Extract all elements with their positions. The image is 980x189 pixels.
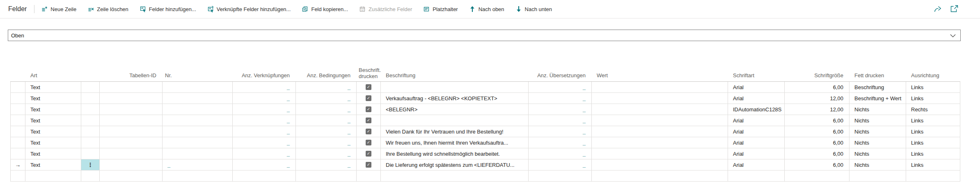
placeholder-button[interactable]: Platzhalter	[423, 6, 458, 12]
cell-tabellen-id[interactable]	[100, 104, 163, 115]
column-header-wert[interactable]: Wert	[592, 72, 728, 81]
column-header-schriftart[interactable]: Schriftart	[728, 72, 785, 81]
cell-schriftgroesse[interactable]: 6,00	[785, 137, 849, 148]
drilldown-link[interactable]: _	[583, 140, 586, 146]
drilldown-link[interactable]: _	[583, 95, 586, 101]
drilldown-link[interactable]: _	[287, 118, 290, 124]
cell-beschriftung[interactable]	[381, 115, 529, 126]
cell-schriftgroesse[interactable]: 6,00	[785, 115, 849, 126]
drilldown-link[interactable]: _	[348, 162, 350, 168]
cell-anz-uebersetzungen[interactable]	[529, 171, 592, 181]
cell-fett-drucken[interactable]: Nichts	[849, 126, 906, 137]
popout-button[interactable]	[950, 5, 959, 15]
cell-wert[interactable]	[592, 104, 728, 115]
checkbox-checked-icon[interactable]	[366, 84, 371, 90]
cell-anz-uebersetzungen[interactable]: _	[529, 126, 592, 137]
cell-beschriftung-drucken[interactable]	[357, 115, 381, 126]
cell-beschriftung[interactable]: Wir freuen uns, Ihnen hiermit Ihren Verk…	[381, 137, 529, 148]
cell-menu[interactable]	[81, 171, 100, 181]
cell-menu[interactable]	[81, 104, 100, 115]
cell-tabellen-id[interactable]	[100, 159, 163, 170]
cell-fett-drucken[interactable]: Beschriftung + Wert	[849, 93, 906, 104]
checkbox-checked-icon[interactable]	[366, 95, 371, 101]
drilldown-link[interactable]: _	[287, 140, 290, 146]
cell-schriftgroesse[interactable]: 6,00	[785, 159, 849, 170]
drilldown-link[interactable]: _	[583, 118, 586, 124]
drilldown-link[interactable]: _	[348, 95, 350, 101]
drilldown-link[interactable]: _	[287, 162, 290, 168]
drilldown-link[interactable]: _	[287, 129, 290, 135]
cell-schriftgroesse[interactable]	[785, 171, 849, 181]
cell-ausrichtung[interactable]: Rechts	[906, 104, 960, 115]
checkbox-checked-icon[interactable]	[366, 129, 371, 134]
move-down-button[interactable]: Nach unten	[515, 6, 552, 12]
cell-tabellen-id[interactable]	[100, 82, 163, 92]
cell-nr[interactable]	[163, 93, 233, 104]
cell-wert[interactable]	[592, 148, 728, 159]
move-up-button[interactable]: Nach oben	[469, 6, 504, 12]
cell-anz-bedingungen[interactable]	[296, 171, 357, 181]
cell-fett-drucken[interactable]: Beschriftung	[849, 82, 906, 92]
cell-ausrichtung[interactable]: Links	[906, 93, 960, 104]
cell-ausrichtung[interactable]: Links	[906, 126, 960, 137]
cell-wert[interactable]	[592, 159, 728, 170]
new-line-button[interactable]: Neue Zeile	[41, 6, 76, 12]
cell-art[interactable]: Text	[25, 82, 81, 92]
cell-nr[interactable]	[163, 171, 233, 181]
drilldown-link[interactable]: _	[583, 84, 586, 90]
cell-nr[interactable]	[163, 148, 233, 159]
cell-nr[interactable]	[163, 115, 233, 126]
cell-anz-bedingungen[interactable]: _	[296, 148, 357, 159]
cell-beschriftung-drucken[interactable]	[357, 126, 381, 137]
cell-art[interactable]: Text	[25, 93, 81, 104]
cell-ausrichtung[interactable]: Links	[906, 148, 960, 159]
cell-schriftgroesse[interactable]: 6,00	[785, 148, 849, 159]
cell-art[interactable]: Text	[25, 137, 81, 148]
cell-art[interactable]	[25, 171, 81, 181]
cell-anz-bedingungen[interactable]: _	[296, 137, 357, 148]
cell-art[interactable]: Text	[25, 126, 81, 137]
column-header-ausrichtung[interactable]: Ausrichtung	[906, 72, 960, 81]
checkbox-checked-icon[interactable]	[366, 118, 371, 123]
cell-fett-drucken[interactable]: Nichts	[849, 104, 906, 115]
cell-anz-uebersetzungen[interactable]: _	[529, 93, 592, 104]
cell-schriftart[interactable]: Arial	[728, 126, 785, 137]
drilldown-link[interactable]: _	[348, 140, 350, 146]
section-dropdown[interactable]: Oben	[8, 30, 961, 41]
cell-beschriftung[interactable]	[381, 171, 529, 181]
checkbox-checked-icon[interactable]	[366, 106, 371, 112]
cell-art[interactable]: Text	[25, 104, 81, 115]
cell-schriftart[interactable]: Arial	[728, 93, 785, 104]
cell-anz-verknuepfungen[interactable]: _	[233, 115, 296, 126]
cell-menu[interactable]	[81, 82, 100, 92]
cell-ausrichtung[interactable]: Links	[906, 82, 960, 92]
cell-tabellen-id[interactable]	[100, 171, 163, 181]
column-header-beschriftung-drucken[interactable]: Beschrift... drucken	[357, 67, 381, 81]
delete-line-button[interactable]: Zeile löschen	[87, 6, 128, 12]
cell-beschriftung[interactable]: Ihre Bestellung wird schnellstmöglich be…	[381, 148, 529, 159]
cell-anz-uebersetzungen[interactable]: _	[529, 159, 592, 170]
cell-art[interactable]: Text	[25, 115, 81, 126]
drilldown-link[interactable]: _	[583, 129, 586, 135]
row-selector[interactable]	[10, 82, 25, 92]
column-header-tabellen-id[interactable]: Tabellen-ID	[100, 72, 163, 81]
cell-ausrichtung[interactable]: Links	[906, 115, 960, 126]
cell-nr[interactable]	[163, 104, 233, 115]
drilldown-link[interactable]: _	[348, 84, 350, 90]
cell-schriftart[interactable]: Arial	[728, 137, 785, 148]
cell-nr[interactable]: _	[163, 159, 233, 170]
add-fields-button[interactable]: Felder hinzufügen...	[140, 6, 196, 12]
cell-anz-verknuepfungen[interactable]: _	[233, 126, 296, 137]
row-selector[interactable]	[10, 126, 25, 137]
cell-anz-uebersetzungen[interactable]: _	[529, 115, 592, 126]
row-selector[interactable]	[10, 148, 25, 159]
checkbox-checked-icon[interactable]	[366, 140, 371, 145]
cell-anz-verknuepfungen[interactable]: _	[233, 82, 296, 92]
column-header-anz-bedingungen[interactable]: Anz. Bedingungen	[296, 72, 357, 81]
cell-fett-drucken[interactable]: Nichts	[849, 159, 906, 170]
row-selector[interactable]	[10, 104, 25, 115]
cell-schriftgroesse[interactable]: 6,00	[785, 82, 849, 92]
cell-beschriftung[interactable]: Verkaufsauftrag - <BELEGNR> <KOPIETEXT>	[381, 93, 529, 104]
cell-beschriftung[interactable]: Die Lieferung erfolgt spätestens zum <LI…	[381, 159, 529, 170]
cell-schriftgroesse[interactable]: 6,00	[785, 126, 849, 137]
